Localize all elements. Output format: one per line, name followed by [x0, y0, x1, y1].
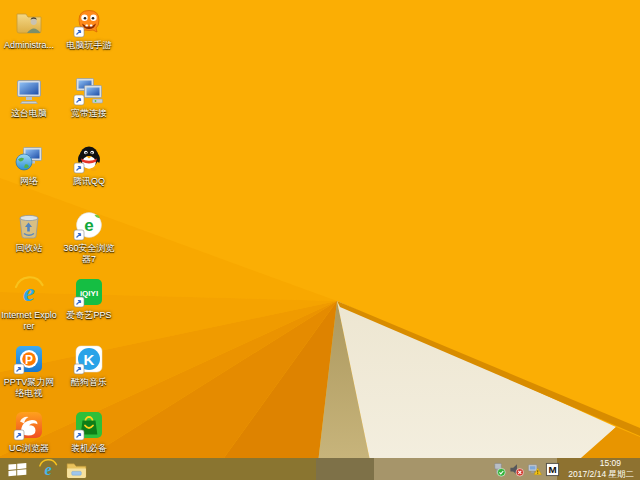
- desktop[interactable]: Administra... 电脑玩手游 这台电脑: [0, 0, 640, 480]
- broadband-monitors-icon: [73, 74, 105, 106]
- svg-text:e: e: [84, 216, 93, 235]
- desktop-icon-essential-apps[interactable]: 装机必备: [60, 409, 118, 454]
- computer-monitor-icon: [13, 74, 45, 106]
- administrator-folder-icon: [13, 6, 45, 38]
- desktop-icon-label: 腾讯QQ: [73, 176, 105, 187]
- taskbar-internet-explorer-button[interactable]: e: [34, 458, 62, 480]
- desktop-icon-label: PPTV聚力网络电视: [0, 377, 58, 399]
- desktop-icon-label: Internet Explorer: [0, 310, 58, 332]
- clock-date: 2017/2/14 星期二: [568, 469, 634, 480]
- desktop-icon-label: Administra...: [4, 40, 54, 51]
- desktop-icon-label: UC浏览器: [9, 443, 49, 454]
- desktop-icon-label: 这台电脑: [11, 108, 47, 119]
- network-warning-icon[interactable]: [527, 462, 542, 477]
- desktop-icon-label: 装机必备: [71, 443, 107, 454]
- windows-logo-icon: [8, 462, 27, 477]
- folder-icon: [66, 461, 87, 478]
- recycle-bin-icon: [13, 209, 45, 241]
- svg-text:P: P: [25, 353, 33, 367]
- desktop-icon-this-pc[interactable]: 这台电脑: [0, 74, 58, 119]
- desktop-icon-network[interactable]: 网络: [0, 142, 58, 187]
- desktop-icon-label: 回收站: [16, 243, 43, 254]
- desktop-icon-label: 网络: [20, 176, 38, 187]
- kugou-blue-k-icon: K: [73, 343, 105, 375]
- svg-text:e: e: [44, 461, 51, 479]
- system-tray: M 15:09 2017/2/14 星期二: [491, 458, 640, 479]
- taskbar-clock[interactable]: 15:09 2017/2/14 星期二: [563, 458, 637, 479]
- iqiyi-green-square-icon: iQIYI: [73, 276, 105, 308]
- qq-penguin-icon: [73, 142, 105, 174]
- desktop-icon-internet-explorer[interactable]: e Internet Explorer: [0, 276, 58, 332]
- volume-muted-icon[interactable]: [509, 462, 524, 477]
- desktop-icon-recycle-bin[interactable]: 回收站: [0, 209, 58, 254]
- svg-text:M: M: [549, 464, 557, 475]
- ie-blue-e-icon: e: [13, 276, 45, 308]
- orange-monster-icon: [73, 6, 105, 38]
- desktop-icon-360-browser[interactable]: e 360安全浏览器7: [60, 209, 118, 265]
- desktop-icon-iqiyi-pps[interactable]: iQIYI 爱奇艺PPS: [60, 276, 118, 321]
- desktop-icon-pptv[interactable]: P PPTV聚力网络电视: [0, 343, 58, 399]
- taskbar-file-explorer-button[interactable]: [62, 458, 90, 480]
- ie-icon: e: [38, 459, 58, 479]
- clock-time: 15:09: [568, 458, 621, 469]
- desktop-icon-label: 爱奇艺PPS: [66, 310, 111, 321]
- desktop-icon-label: 宽带连接: [71, 108, 107, 119]
- globe-monitor-icon: [13, 142, 45, 174]
- desktop-icon-kugou-music[interactable]: K 酷狗音乐: [60, 343, 118, 388]
- desktop-icon-pc-play-mobile-games[interactable]: 电脑玩手游: [60, 6, 118, 51]
- svg-text:iQIYI: iQIYI: [80, 289, 98, 298]
- taskbar: e: [0, 458, 640, 480]
- svg-text:e: e: [23, 278, 35, 307]
- desktop-icon-label: 360安全浏览器7: [60, 243, 118, 265]
- svg-text:K: K: [84, 351, 95, 368]
- desktop-icon-broadband-connection[interactable]: 宽带连接: [60, 74, 118, 119]
- green-shopping-bag-icon: [73, 409, 105, 441]
- desktop-icon-administrator[interactable]: Administra...: [0, 6, 58, 51]
- 360-green-e-icon: e: [73, 209, 105, 241]
- desktop-icon-label: 酷狗音乐: [71, 377, 107, 388]
- desktop-icon-uc-browser[interactable]: UC浏览器: [0, 409, 58, 454]
- start-button[interactable]: [0, 458, 34, 480]
- pptv-blue-p-icon: P: [13, 343, 45, 375]
- ime-indicator[interactable]: M: [545, 462, 560, 477]
- usb-safely-remove-icon[interactable]: [491, 462, 506, 477]
- uc-squirrel-icon: [13, 409, 45, 441]
- desktop-icon-tencent-qq[interactable]: 腾讯QQ: [60, 142, 118, 187]
- desktop-icon-label: 电脑玩手游: [67, 40, 112, 51]
